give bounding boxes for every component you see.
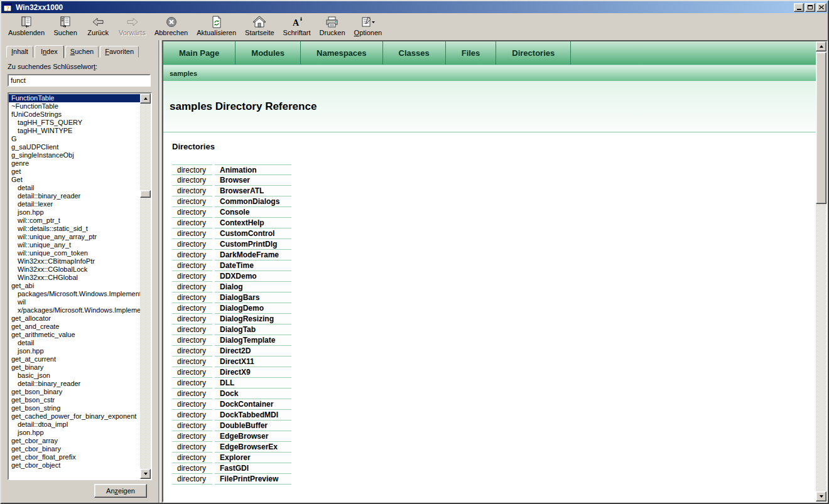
dir-link[interactable]: EdgeBrowserEx [215,442,291,453]
index-list-item[interactable]: get_at_current [9,355,140,363]
index-list-item[interactable]: json.hpp [9,208,140,217]
maximize-button[interactable] [805,3,815,12]
tab-suchen[interactable]: Suchen [65,46,99,58]
index-list-item[interactable]: wil::unique_any_array_ptr [9,233,140,241]
index-list-item[interactable]: tagHH_FTS_QUERY [9,119,140,127]
index-list-item[interactable]: wil [9,298,140,306]
dir-link[interactable]: CommonDialogs [215,196,291,207]
dir-link[interactable]: CustomControl [215,228,291,239]
index-list-item[interactable]: detail [9,339,140,347]
dir-link[interactable]: Dock [215,389,291,399]
index-list-item[interactable]: detail::dtoa_impl [9,421,140,429]
index-list-scrollbar[interactable] [140,94,151,479]
dir-link[interactable]: Direct2D [215,346,291,357]
dir-link[interactable]: DialogResizing [215,314,291,324]
index-list-item[interactable]: get_cached_power_for_binary_exponent [9,412,140,421]
scroll-up-button[interactable] [816,41,826,51]
dir-link[interactable]: Browser [215,175,291,186]
index-list-item[interactable]: wil::com_ptr_t [9,217,140,225]
index-list-item[interactable]: genre [9,159,140,168]
hide-button[interactable]: Ausblenden [4,14,49,37]
index-list-item[interactable]: wil::details::static_sid_t [9,225,140,233]
dir-link[interactable]: DLL [215,378,291,389]
dir-link[interactable]: BrowserATL [215,186,291,196]
index-list-item[interactable]: get_and_create [9,323,140,331]
tab-modules[interactable]: Modules [236,41,301,65]
close-button[interactable] [816,3,826,12]
index-list-item[interactable]: Get [9,176,140,184]
scroll-down-button[interactable] [140,469,151,479]
index-list-item[interactable]: get_abi [9,282,140,290]
dir-link[interactable]: DialogBars [215,292,291,303]
index-list-item[interactable]: Win32xx::CGlobalLock [9,265,140,274]
options-button[interactable]: Optionen [350,14,387,37]
index-list-item[interactable]: get_bson_string [9,404,140,412]
dir-link[interactable]: Console [215,207,291,218]
index-list-item[interactable]: get_allocator [9,314,140,323]
back-button[interactable]: Zurück [82,14,114,37]
locate-button[interactable]: Suchen [49,14,82,37]
dir-link[interactable]: DoubleBuffer [215,421,291,431]
dir-link[interactable]: CustomPrintDlg [215,239,291,250]
keyword-input[interactable] [8,74,151,87]
index-list-item[interactable]: get_cbor_array [9,437,140,445]
dir-link[interactable]: DarkModeFrame [215,250,291,260]
tab-index[interactable]: Index [35,45,64,58]
index-list-item[interactable]: ~FunctionTable [9,102,140,110]
dir-link[interactable]: DateTime [215,260,291,271]
index-list-item[interactable]: detail::binary_reader [9,380,140,388]
dir-link[interactable]: DialogTemplate [215,335,291,346]
index-list-item[interactable]: get_cbor_object [9,461,140,469]
dir-link[interactable]: DirectX11 [215,357,291,367]
index-list-item[interactable]: get_arithmetic_value [9,331,140,339]
dir-link[interactable]: DirectX9 [215,367,291,378]
home-button[interactable]: Startseite [241,14,278,37]
dir-link[interactable]: DialogDemo [215,303,291,314]
titlebar[interactable]: ? Win32xx1000 [1,1,828,13]
index-list-item[interactable]: g_singleInstanceObj [9,151,140,159]
dir-link[interactable]: Animation [215,164,291,175]
dir-link[interactable]: FilePrintPreview [215,474,291,485]
breadcrumb[interactable]: samples [170,70,197,77]
tab-favoriten[interactable]: Favoriten [100,46,139,58]
font-button[interactable]: A Schriftart [279,14,315,37]
index-list-item[interactable]: get_bson_binary [9,388,140,396]
index-list-item[interactable]: get_binary [9,363,140,372]
index-list-item[interactable]: x/packages/Microsoft.Windows.Implemen [9,306,140,314]
dir-link[interactable]: Explorer [215,453,291,463]
index-list-item[interactable]: Win32xx::CBitmapInfoPtr [9,257,140,265]
dir-link[interactable]: Dialog [215,282,291,292]
dir-link[interactable]: DockContainer [215,399,291,410]
index-list-item[interactable]: wil::unique_com_token [9,249,140,257]
index-list-item[interactable]: get_bson_cstr [9,396,140,404]
tab-namespaces[interactable]: Namespaces [301,41,383,65]
scrollbar-thumb[interactable] [816,52,826,204]
index-list-item[interactable]: wil::unique_any_t [9,241,140,249]
content-scrollbar[interactable] [816,41,826,501]
minimize-button[interactable] [794,3,804,12]
index-list-item[interactable]: get_cbor_binary [9,445,140,453]
dir-link[interactable]: DDXDemo [215,271,291,282]
index-list-item[interactable]: FunctionTable [9,94,140,102]
index-list-item[interactable]: Win32xx::CHGlobal [9,274,140,282]
index-list-item[interactable]: get_cbor_float_prefix [9,453,140,461]
scroll-down-button[interactable] [816,491,826,501]
stop-button[interactable]: Abbrechen [150,14,192,37]
pane-splitter[interactable] [156,40,162,503]
dir-link[interactable]: DialogTab [215,324,291,335]
index-list-item[interactable]: basic_json [9,372,140,380]
index-list-item[interactable]: fUniCodeStrings [9,110,140,119]
dir-link[interactable]: FastGDI [215,463,291,474]
dir-link[interactable]: DockTabbedMDI [215,410,291,421]
index-list-item[interactable]: g_saUDPClient [9,143,140,151]
dir-link[interactable]: ContextHelp [215,218,291,228]
tab-directories[interactable]: Directories [496,41,571,65]
index-list-item[interactable]: json.hpp [9,429,140,437]
index-list-item[interactable]: get [9,168,140,176]
scroll-up-button[interactable] [140,94,151,104]
index-list-item[interactable]: G [9,135,140,143]
index-list-item[interactable]: packages/Microsoft.Windows.Implementa [9,290,140,298]
tab-files[interactable]: Files [446,41,497,65]
forward-button[interactable]: Vorwärts [114,14,150,37]
refresh-button[interactable]: Aktualisieren [192,14,241,37]
